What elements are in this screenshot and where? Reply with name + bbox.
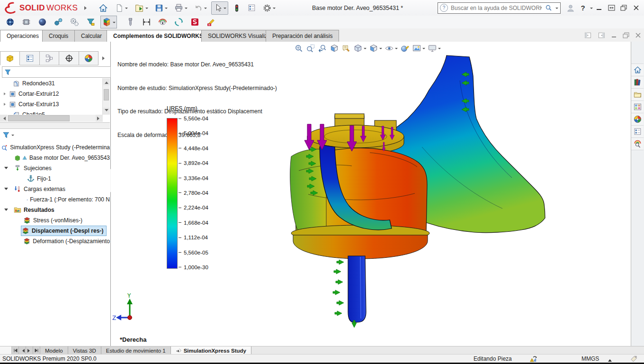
appearances-tab[interactable] <box>631 113 644 126</box>
collapse-left-pane-icon[interactable] <box>584 31 592 39</box>
result-color-legend[interactable]: URES (mm) 5,560e-04 5,004e-04 4,448e-04 … <box>167 105 208 271</box>
displaymanager-tab[interactable] <box>79 51 98 65</box>
photoview360-button[interactable] <box>36 16 49 28</box>
expander-expanded-icon[interactable] <box>3 165 9 171</box>
display-style-button[interactable] <box>368 44 383 53</box>
display-style-caret-icon[interactable] <box>379 48 382 51</box>
minimize-button[interactable] <box>593 2 605 14</box>
toolbox-bolt-button[interactable] <box>124 16 137 28</box>
tree-item-chaflan5[interactable]: Chaflán5 <box>0 109 102 115</box>
configurationmanager-tab[interactable] <box>40 51 59 65</box>
user-account-button[interactable] <box>564 2 577 14</box>
zoom-area-button[interactable] <box>305 44 316 53</box>
tab-scroll-last[interactable] <box>33 346 40 355</box>
resize-button[interactable] <box>605 2 617 14</box>
logo-flyout-arrow-icon[interactable] <box>84 6 89 10</box>
tree-item-fijo1[interactable]: Fijo-1 <box>0 173 110 184</box>
collapse-right-pane-icon[interactable] <box>598 31 606 39</box>
options-caret-icon[interactable] <box>273 8 276 10</box>
home-button[interactable] <box>96 1 110 15</box>
apply-scene-button[interactable] <box>411 44 426 53</box>
plastics-button[interactable] <box>156 16 169 28</box>
file-explorer-tab[interactable] <box>631 89 644 101</box>
feature-tree-vertical-scrollbar[interactable] <box>102 78 110 115</box>
tab-complementos[interactable]: Complementos de SOLIDWORKS <box>107 30 210 42</box>
open-caret-icon[interactable] <box>145 8 148 10</box>
expander-collapsed-icon[interactable] <box>2 103 9 106</box>
tree-item-cortar-extruir13[interactable]: Cortar-Extruir13 <box>0 99 102 109</box>
tree-item-fuerza1[interactable]: Fuerza-1 (:Por elemento: 700 N <box>0 194 110 205</box>
undo-button[interactable] <box>192 1 209 15</box>
featuremanager-tab[interactable] <box>0 51 20 65</box>
undo-caret-icon[interactable] <box>204 8 207 10</box>
view-palette-tab[interactable] <box>631 101 644 113</box>
doc-restore-icon[interactable] <box>623 32 629 38</box>
tree-item-redondeo31[interactable]: Redondeo31 <box>0 78 102 89</box>
section-view-button[interactable] <box>329 44 340 53</box>
simulation-filter[interactable] <box>2 131 14 139</box>
expander-expanded-icon[interactable] <box>3 207 9 213</box>
hide-show-caret-icon[interactable] <box>395 48 398 51</box>
motion-button[interactable] <box>52 16 65 28</box>
toolbox-gears-button[interactable] <box>68 16 81 28</box>
open-button[interactable] <box>132 1 150 15</box>
tab-scroll-prev[interactable] <box>19 346 26 355</box>
scrollbar-thumb[interactable] <box>104 89 109 100</box>
apply-scene-caret-icon[interactable] <box>422 48 425 51</box>
feature-tree-horizontal-scrollbar[interactable] <box>0 115 103 122</box>
expander-expanded-icon[interactable] <box>3 186 9 192</box>
edit-appearance-button[interactable] <box>400 44 410 53</box>
dimxpert-button[interactable] <box>140 16 153 28</box>
tree-item-study[interactable]: SimulationXpress Study (-Predetermina <box>0 142 110 153</box>
select-tool-button[interactable] <box>211 1 228 15</box>
model-render[interactable] <box>280 52 550 332</box>
panel-splitter[interactable] <box>0 122 110 129</box>
print-caret-icon[interactable] <box>185 8 188 10</box>
propertymanager-tab[interactable] <box>20 51 39 65</box>
mold-tools-button[interactable] <box>84 16 97 28</box>
save-caret-icon[interactable] <box>165 8 168 10</box>
view-orientation-button[interactable] <box>353 44 367 53</box>
tree-item-cortar-extruir12[interactable]: Cortar-Extruir12 <box>0 89 102 99</box>
tab-estudio-movimiento[interactable]: Estudio de movimiento 1 <box>101 346 171 355</box>
tab-modelo[interactable]: Modelo <box>40 346 68 355</box>
new-document-button[interactable] <box>113 1 130 15</box>
resources-tab[interactable] <box>631 64 644 76</box>
tab-preparacion-analisis[interactable]: Preparación del análisis <box>266 30 339 42</box>
previous-view-button[interactable] <box>317 44 328 53</box>
hide-show-items-button[interactable] <box>384 44 398 53</box>
bottom-scrollbar-stub[interactable] <box>0 346 12 355</box>
dimxpertmanager-tab[interactable] <box>59 51 79 65</box>
tree-item-deformation[interactable]: Deformation (-Desplazamiento <box>0 236 110 246</box>
tree-item-cargas-externas[interactable]: Cargas externas <box>0 184 110 194</box>
tab-scroll-next[interactable] <box>26 346 33 355</box>
scroll-down-icon[interactable] <box>103 108 110 115</box>
feature-filter-box[interactable] <box>2 66 111 78</box>
help-button[interactable]: ? <box>577 2 589 14</box>
view-settings-button[interactable] <box>427 44 441 53</box>
help-search-box[interactable]: ? <box>438 2 561 14</box>
rebuild-indicator-icon[interactable] <box>529 355 537 363</box>
tab-vistas-3d[interactable]: Vistas 3D <box>68 346 101 355</box>
units-caret-icon[interactable] <box>608 357 612 362</box>
doc-close-icon[interactable] <box>635 32 641 38</box>
zoom-fit-button[interactable] <box>294 44 304 53</box>
more-tabs-chevron-icon[interactable] <box>98 51 110 65</box>
scroll-up-icon[interactable] <box>103 78 110 85</box>
rebuild-button[interactable] <box>231 1 243 15</box>
tab-operaciones[interactable]: Operaciones <box>0 30 45 42</box>
options-button[interactable] <box>260 1 277 15</box>
filter-caret-icon[interactable] <box>11 135 14 137</box>
tag-icon[interactable] <box>630 355 638 363</box>
custom-properties-tab[interactable] <box>631 126 644 138</box>
tab-calcular[interactable]: Calcular <box>74 30 108 42</box>
tree-item-stress[interactable]: Stress (-vonMises-) <box>0 215 110 226</box>
scrollbar-thumb[interactable] <box>8 115 70 121</box>
expander-collapsed-icon[interactable] <box>2 92 9 95</box>
units-value[interactable]: MMGS <box>581 355 599 362</box>
select-caret-icon[interactable] <box>224 8 226 10</box>
design-library-tab[interactable] <box>631 76 644 89</box>
search-input[interactable] <box>450 4 543 12</box>
save-button[interactable] <box>152 1 170 15</box>
tab-scroll-first[interactable] <box>12 346 19 355</box>
